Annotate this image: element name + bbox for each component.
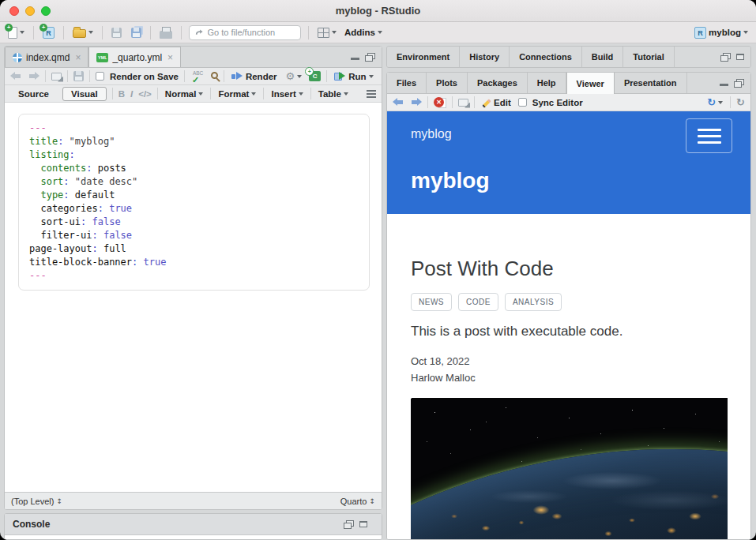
window-title: myblog - RStudio <box>0 5 756 17</box>
restore-pane-icon[interactable] <box>720 53 731 62</box>
edit-button[interactable]: Edit <box>480 96 513 109</box>
tab-history[interactable]: History <box>460 47 510 67</box>
divider <box>150 26 151 39</box>
project-menu-button[interactable]: myblog <box>693 25 750 40</box>
editor-toolbar: Render on Save Render ⚙ Run <box>5 68 382 85</box>
table-menu[interactable]: Table <box>317 88 350 100</box>
open-new-window-icon[interactable] <box>51 73 62 81</box>
sync-editor-checkbox[interactable] <box>518 98 527 107</box>
earth-night-image <box>411 398 728 539</box>
save-all-icon <box>131 28 141 38</box>
minimize-window-button[interactable] <box>25 6 35 16</box>
run-button[interactable]: Run <box>333 70 374 83</box>
minimize-pane-icon[interactable] <box>351 58 359 60</box>
source-mode-button[interactable]: Source <box>10 88 57 100</box>
chevron-down-icon <box>369 75 374 78</box>
tab-presentation[interactable]: Presentation <box>615 73 687 93</box>
tab-tutorial[interactable]: Tutorial <box>623 47 675 67</box>
outline-toggle-icon[interactable] <box>367 90 376 92</box>
run-label: Run <box>348 72 366 81</box>
editor-content[interactable]: ---title: "myblog"listing: contents: pos… <box>5 103 382 492</box>
tab-viewer[interactable]: Viewer <box>566 73 615 94</box>
category-badge[interactable]: NEWS <box>411 293 452 311</box>
navbar-brand-link[interactable]: myblog <box>411 127 452 141</box>
divider <box>67 70 68 82</box>
post-description: This is a post with executable code. <box>411 324 730 339</box>
back-icon[interactable] <box>393 98 404 107</box>
visual-mode-button[interactable]: Visual <box>62 87 107 101</box>
tab-build[interactable]: Build <box>582 47 624 67</box>
zoom-window-button[interactable] <box>41 6 51 16</box>
tab-environment[interactable]: Environment <box>387 47 460 67</box>
back-icon[interactable] <box>10 72 22 81</box>
tab-index-qmd[interactable]: index.qmd × <box>5 47 88 67</box>
divider <box>310 88 311 99</box>
new-project-button[interactable] <box>41 25 56 40</box>
print-button[interactable] <box>158 25 174 40</box>
stop-button[interactable] <box>434 97 446 107</box>
insert-menu[interactable]: Insert <box>269 88 304 100</box>
r-project-icon <box>694 27 706 39</box>
divider <box>263 88 264 99</box>
close-icon[interactable]: × <box>167 53 173 62</box>
save-icon[interactable] <box>73 71 84 81</box>
close-icon[interactable]: × <box>75 53 81 62</box>
forward-icon[interactable] <box>410 98 422 107</box>
addins-button[interactable]: Addins <box>343 26 384 39</box>
maximize-pane-icon[interactable] <box>365 53 375 62</box>
save-all-button[interactable] <box>128 26 143 39</box>
new-file-button[interactable] <box>6 25 26 40</box>
restore-pane-icon[interactable] <box>344 520 354 529</box>
publish-button[interactable]: ↻ <box>705 96 724 109</box>
divider <box>181 26 182 39</box>
bold-button[interactable]: B <box>118 89 125 99</box>
divider <box>102 26 103 39</box>
save-button[interactable] <box>110 26 123 39</box>
goto-file-search[interactable] <box>189 25 301 40</box>
console-header[interactable]: Console <box>5 514 382 535</box>
insert-chunk-icon[interactable] <box>309 71 321 81</box>
tab-plots[interactable]: Plots <box>427 73 468 93</box>
hamburger-menu-button[interactable] <box>686 118 732 153</box>
render-icon <box>231 72 243 81</box>
category-badge[interactable]: ANALYSIS <box>505 293 562 311</box>
category-badge[interactable]: CODE <box>458 293 498 311</box>
maximize-pane-icon[interactable] <box>734 79 744 88</box>
forward-icon[interactable] <box>28 72 39 81</box>
tab-quarto-yml[interactable]: _quarto.yml × <box>88 47 181 67</box>
refresh-icon[interactable]: ↻ <box>736 97 745 107</box>
yaml-code-block[interactable]: ---title: "myblog"listing: contents: pos… <box>18 114 370 291</box>
render-button[interactable]: Render <box>230 70 279 83</box>
tab-packages[interactable]: Packages <box>468 73 528 93</box>
pane-layout-button[interactable] <box>316 26 338 39</box>
editor-tabstrip: index.qmd × _quarto.yml × <box>5 47 382 68</box>
tab-help[interactable]: Help <box>528 73 566 93</box>
code-button[interactable]: </> <box>138 89 152 99</box>
open-file-button[interactable] <box>71 25 95 39</box>
render-options-button[interactable]: ⚙ <box>284 69 304 83</box>
scope-selector[interactable]: (Top Level) ↕ <box>11 497 62 506</box>
new-file-icon <box>8 27 17 39</box>
render-on-save-checkbox[interactable] <box>96 72 104 81</box>
divider <box>730 96 731 108</box>
render-on-save-label: Render on Save <box>110 72 179 81</box>
maximize-pane-icon[interactable] <box>736 54 744 60</box>
divider <box>157 88 158 99</box>
open-new-window-icon[interactable] <box>458 99 468 107</box>
italic-button[interactable]: I <box>130 89 133 99</box>
format-menu[interactable]: Format <box>216 88 258 100</box>
console-body[interactable] <box>5 535 382 539</box>
spellcheck-icon[interactable] <box>190 70 205 83</box>
viewer-toolbar: Edit Sync Editor ↻ ↻ <box>387 94 750 111</box>
minimize-pane-icon[interactable] <box>720 84 728 86</box>
chevron-down-icon <box>251 92 256 96</box>
file-type-selector[interactable]: Quarto ↕ <box>340 497 375 506</box>
goto-arrow-icon <box>195 28 204 37</box>
search-icon[interactable] <box>211 72 218 79</box>
close-window-button[interactable] <box>9 6 19 16</box>
tab-connections[interactable]: Connections <box>510 47 582 67</box>
goto-file-input[interactable] <box>208 28 295 37</box>
tab-files[interactable]: Files <box>387 73 427 93</box>
maximize-pane-icon[interactable] <box>359 521 367 527</box>
paragraph-style-dropdown[interactable]: Normal <box>164 88 205 100</box>
